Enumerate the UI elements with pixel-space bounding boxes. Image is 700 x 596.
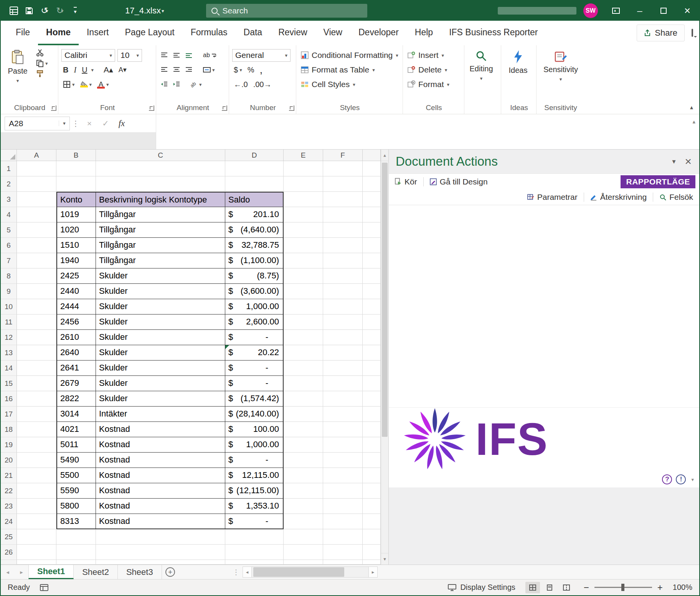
- cell-F25[interactable]: [323, 529, 363, 545]
- cell-C13[interactable]: Skulder: [96, 345, 225, 361]
- undo-icon[interactable]: ↺▾: [37, 3, 52, 18]
- cell-C10[interactable]: Skulder: [96, 299, 225, 314]
- page-layout-view-button[interactable]: [542, 582, 557, 593]
- cell-B14[interactable]: 2641: [56, 361, 96, 376]
- row-header-14[interactable]: 14: [1, 361, 17, 376]
- zoom-out-icon[interactable]: −: [584, 582, 589, 593]
- cell-E12[interactable]: [284, 330, 323, 345]
- tab-help[interactable]: Help: [407, 21, 441, 45]
- formula-input[interactable]: [156, 114, 699, 149]
- cell-A16[interactable]: [17, 391, 56, 407]
- cell-A25[interactable]: [17, 529, 56, 545]
- cell-F15[interactable]: [323, 376, 363, 391]
- cell-C18[interactable]: Kostnad: [96, 422, 225, 437]
- cell-D3[interactable]: Saldo: [225, 192, 284, 207]
- format-cells-button[interactable]: Format▾: [406, 77, 462, 91]
- cell-E11[interactable]: [284, 314, 323, 330]
- cell-E9[interactable]: [284, 284, 323, 299]
- cell-A23[interactable]: [17, 499, 56, 514]
- select-all-button[interactable]: [1, 150, 17, 161]
- cell-C15[interactable]: Skulder: [96, 376, 225, 391]
- cell-B2[interactable]: [56, 176, 96, 192]
- cell-C1[interactable]: [96, 161, 225, 176]
- share-button[interactable]: Share: [637, 25, 685, 41]
- scroll-down-icon[interactable]: ▾: [381, 553, 388, 565]
- filename-dropdown-icon[interactable]: ▾: [162, 8, 164, 14]
- font-color-button[interactable]: A ▾: [96, 80, 111, 89]
- cell-F23[interactable]: [323, 499, 363, 514]
- pane-dropdown-icon[interactable]: ▾: [672, 157, 675, 166]
- cell-E13[interactable]: [284, 345, 323, 361]
- cell-D2[interactable]: [225, 176, 284, 192]
- tab-formulas[interactable]: Formulas: [183, 21, 236, 45]
- cell-F9[interactable]: [323, 284, 363, 299]
- cell-B9[interactable]: 2440: [56, 284, 96, 299]
- align-right-button[interactable]: [184, 66, 194, 74]
- format-as-table-button[interactable]: Format as Table▾: [299, 63, 400, 77]
- customize-quick-access-icon[interactable]: ▾: [68, 3, 83, 18]
- row-header-10[interactable]: 10: [1, 299, 17, 314]
- cell-A20[interactable]: [17, 453, 56, 468]
- insert-function-icon[interactable]: fx: [114, 119, 130, 128]
- row-header-21[interactable]: 21: [1, 468, 17, 483]
- cell-F16[interactable]: [323, 391, 363, 407]
- tab-home[interactable]: Home: [38, 21, 79, 45]
- cell-F20[interactable]: [323, 453, 363, 468]
- cell-B7[interactable]: 1940: [56, 253, 96, 268]
- cell-D25[interactable]: [225, 529, 284, 545]
- cell-F13[interactable]: [323, 345, 363, 361]
- macro-record-icon[interactable]: [40, 584, 48, 591]
- cell-D23[interactable]: $1,353.10: [225, 499, 284, 514]
- number-dialog-launcher-icon[interactable]: [289, 105, 294, 111]
- cell-F17[interactable]: [323, 407, 363, 422]
- delete-cells-button[interactable]: Delete▾: [406, 63, 462, 77]
- cell-E26[interactable]: [284, 545, 323, 560]
- cell-D19[interactable]: $1,000.00: [225, 437, 284, 453]
- cell-B4[interactable]: 1019: [56, 207, 96, 222]
- vertical-scroll-thumb[interactable]: [382, 163, 388, 437]
- sheet-tab-sheet2[interactable]: Sheet2: [74, 565, 118, 579]
- zoom-slider-thumb[interactable]: [621, 584, 624, 591]
- cell-D15[interactable]: $-: [225, 376, 284, 391]
- cell-B8[interactable]: 2425: [56, 268, 96, 284]
- cell-E15[interactable]: [284, 376, 323, 391]
- cell-F22[interactable]: [323, 483, 363, 499]
- minimize-icon[interactable]: –: [628, 1, 652, 21]
- ribbon-display-options-icon[interactable]: [604, 1, 628, 21]
- redo-icon[interactable]: ↻▾: [52, 3, 68, 18]
- row-header-22[interactable]: 22: [1, 483, 17, 499]
- cell-C26[interactable]: [96, 545, 225, 560]
- row-header-16[interactable]: 16: [1, 391, 17, 407]
- cell-A7[interactable]: [17, 253, 56, 268]
- cell-C5[interactable]: Tillgångar: [96, 222, 225, 238]
- cell-A6[interactable]: [17, 238, 56, 253]
- cell-C6[interactable]: Tillgångar: [96, 238, 225, 253]
- tab-splitter-icon[interactable]: ⋮: [233, 565, 239, 579]
- row-header-23[interactable]: 23: [1, 499, 17, 514]
- row-header-9[interactable]: 9: [1, 284, 17, 299]
- row-header-7[interactable]: 7: [1, 253, 17, 268]
- cell-D16[interactable]: $(1,574.42): [225, 391, 284, 407]
- sheet-nav-right-icon[interactable]: ▸: [15, 565, 28, 579]
- bold-button[interactable]: B: [61, 65, 70, 75]
- cell-D11[interactable]: $2,600.00: [225, 314, 284, 330]
- align-center-button[interactable]: [172, 66, 182, 74]
- cell-C9[interactable]: Skulder: [96, 284, 225, 299]
- collapse-formula-bar-icon[interactable]: ▴: [692, 118, 695, 125]
- cell-B18[interactable]: 4021: [56, 422, 96, 437]
- cell-C11[interactable]: Skulder: [96, 314, 225, 330]
- cell-E3[interactable]: [284, 192, 323, 207]
- cell-A18[interactable]: [17, 422, 56, 437]
- increase-indent-button[interactable]: [172, 81, 182, 88]
- cell-styles-button[interactable]: Cell Styles▾: [299, 77, 400, 91]
- insert-cells-button[interactable]: Insert▾: [406, 48, 462, 62]
- cell-E25[interactable]: [284, 529, 323, 545]
- row-header-1[interactable]: 1: [1, 161, 17, 176]
- column-header-A[interactable]: A: [17, 150, 56, 161]
- cell-B26[interactable]: [56, 545, 96, 560]
- column-header-B[interactable]: B: [56, 150, 96, 161]
- cell-C3[interactable]: Beskrivning logisk Kontotype: [96, 192, 225, 207]
- merge-center-button[interactable]: ▾: [201, 66, 216, 74]
- scroll-left-icon[interactable]: ◂: [243, 566, 252, 578]
- cell-C16[interactable]: Skulder: [96, 391, 225, 407]
